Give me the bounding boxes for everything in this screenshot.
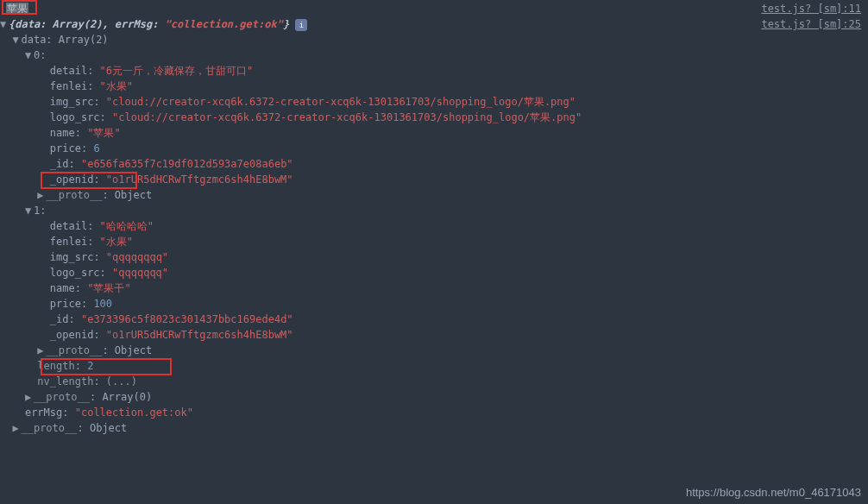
- source-link[interactable]: test.js? [sm]:25: [761, 16, 861, 32]
- search-term: 苹果: [6, 3, 28, 15]
- prop-logo-src: logo_src: "cloud://creator-xcq6k.6372-cr…: [0, 110, 868, 125]
- prop-name: name: "苹果干": [0, 280, 868, 296]
- prop-price: price: 6: [0, 141, 868, 156]
- watermark: https://blog.csdn.net/m0_46171043: [686, 486, 861, 499]
- prop-detail: detail: "6元一斤，冷藏保存，甘甜可口": [0, 63, 868, 79]
- prop-logo-src: logo_src: "qqqqqqq": [0, 265, 868, 280]
- index-1[interactable]: ▼1:: [0, 203, 868, 218]
- index-0[interactable]: ▼0:: [0, 47, 868, 63]
- prop-openid: _openid: "o1rUR5dHCRwTftgzmc6sh4hE8bwM": [0, 327, 868, 343]
- info-badge-icon[interactable]: i: [295, 19, 307, 31]
- prop-fenlei: fenlei: "水果": [0, 79, 868, 94]
- log-line-query: 苹果test.js? [sm]:11: [0, 1, 868, 16]
- expand-arrow-icon[interactable]: ▶: [12, 420, 21, 436]
- prop-fenlei: fenlei: "水果": [0, 234, 868, 249]
- prop-price: price: 100: [0, 296, 868, 312]
- source-link[interactable]: test.js? [sm]:11: [761, 1, 861, 16]
- prop-id: _id: "e656fa635f7c19df012d593a7e08a6eb": [0, 156, 868, 172]
- prop-proto[interactable]: ▶__proto__: Object: [0, 187, 868, 203]
- summary-errmsg: "collection.get:ok": [165, 18, 283, 30]
- expand-arrow-icon[interactable]: ▶: [37, 343, 46, 358]
- prop-errmsg: errMsg: "collection.get:ok": [0, 405, 868, 420]
- prop-openid: _openid: "o1rUR5dHCRwTftgzmc6sh4hE8bwM": [0, 172, 868, 187]
- prop-img-src: img_src: "cloud://creator-xcq6k.6372-cre…: [0, 94, 868, 110]
- expand-arrow-icon[interactable]: ▶: [37, 187, 46, 203]
- expand-arrow-icon[interactable]: ▼: [25, 203, 34, 218]
- prop-detail: detail: "哈哈哈哈": [0, 218, 868, 234]
- data-header[interactable]: ▼data: Array(2): [0, 32, 868, 47]
- expand-arrow-icon[interactable]: ▶: [25, 389, 34, 405]
- summary-suffix: }: [283, 18, 289, 30]
- prop-length: length: 2: [0, 358, 868, 374]
- expand-arrow-icon[interactable]: ▼: [0, 16, 9, 32]
- expand-arrow-icon[interactable]: ▼: [25, 47, 34, 63]
- prop-img-src: img_src: "qqqqqqqq": [0, 249, 868, 265]
- prop-name: name: "苹果": [0, 125, 868, 141]
- prop-proto-obj[interactable]: ▶__proto__: Object: [0, 420, 868, 436]
- console-output: 苹果test.js? [sm]:11 ▼{data: Array(2), err…: [0, 0, 868, 436]
- prop-id: _id: "e373396c5f8023c301437bbc169ede4d": [0, 312, 868, 327]
- prop-proto[interactable]: ▶__proto__: Object: [0, 343, 868, 358]
- expand-arrow-icon[interactable]: ▼: [12, 32, 21, 47]
- summary-prefix: {data: Array(2), errMsg:: [9, 18, 165, 30]
- object-summary[interactable]: ▼{data: Array(2), errMsg: "collection.ge…: [0, 16, 868, 32]
- prop-nvlength[interactable]: nv_length: (...): [0, 374, 868, 389]
- prop-proto-array[interactable]: ▶__proto__: Array(0): [0, 389, 868, 405]
